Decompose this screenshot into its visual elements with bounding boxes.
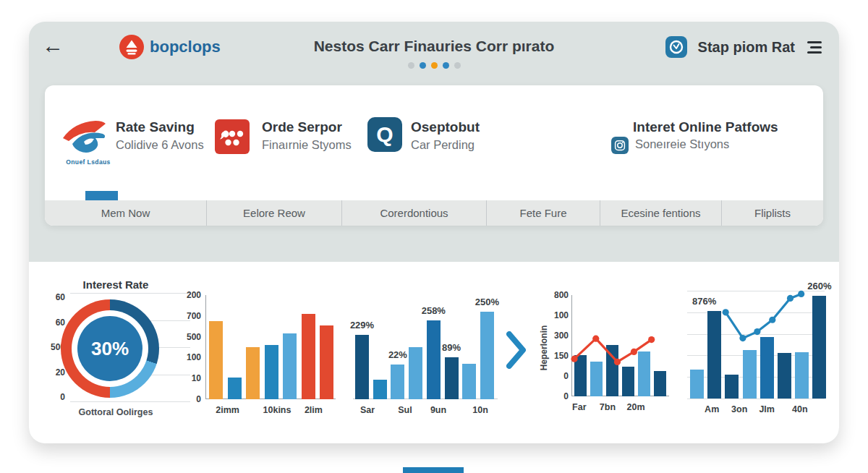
- gridline: [687, 399, 825, 399]
- axis-tick: 0: [563, 372, 569, 380]
- screenshot-stage: ← bopclops Nestos Carr Finauries Corr pı…: [0, 0, 868, 473]
- bar-value-label: 258%: [422, 305, 446, 316]
- header-right: Stap piom Rat: [665, 36, 823, 58]
- x-axis-label: Far: [572, 402, 586, 412]
- x-axis-label: Am: [705, 404, 719, 414]
- axis-tick: 500: [187, 333, 201, 341]
- x-axis-label: 2lim: [305, 405, 323, 415]
- x-axis-label: 10n: [472, 405, 488, 415]
- bar: [409, 347, 422, 399]
- feature-card: Onuef Lsdaus Rate Saving Colidive 6 Avon…: [45, 85, 823, 226]
- axis-tick: 100: [187, 353, 201, 362]
- carousel-dot[interactable]: [420, 62, 426, 69]
- tab-ecesine-fentions[interactable]: Ecesine fentions: [600, 200, 721, 226]
- y-axis-ticks: 80010030015000: [544, 291, 569, 401]
- home-indicator-bar[interactable]: [403, 467, 464, 473]
- feature-subtitle: Colidive 6 Avons: [116, 138, 204, 152]
- chart-title: Interest Rate: [40, 278, 192, 291]
- axis-tick: 20: [56, 368, 65, 377]
- header-right-label: Stap piom Rat: [698, 39, 795, 56]
- axis-tick: 300: [554, 331, 569, 340]
- bar: [427, 320, 441, 399]
- axis-tick: 700: [187, 312, 201, 320]
- axis-tick: 150: [554, 351, 569, 360]
- bar: [355, 335, 369, 399]
- axis-tick: 0: [60, 393, 65, 401]
- bar: [283, 333, 297, 399]
- bar: [246, 347, 260, 399]
- swoosh-logo-icon: [59, 117, 111, 155]
- feature-subtitle: Finaırnie Styoms: [262, 138, 352, 152]
- feature-title: Orde Serpor: [262, 119, 352, 135]
- carousel-dot[interactable]: [443, 62, 449, 69]
- axis-tick: 10: [192, 374, 201, 383]
- carousel-dots[interactable]: [29, 62, 839, 69]
- x-axis-label: Sul: [398, 405, 412, 415]
- bar: [320, 325, 333, 399]
- bar-value-label: 22%: [388, 349, 407, 360]
- chevron-right-icon[interactable]: [506, 331, 527, 369]
- carousel-dot[interactable]: [431, 62, 438, 69]
- bar: [302, 314, 315, 399]
- chart-interest-rate-donut: Interest Rate 6060500200 30% Gottoral Oo…: [40, 273, 192, 435]
- x-axis-label: 3on: [731, 404, 747, 414]
- bar-value-label: 229%: [350, 320, 374, 331]
- feature-title: Rate Saving: [116, 119, 204, 135]
- chart-red-line-combo: Heperlonin 80010030015000 Far7bn20m: [535, 276, 680, 428]
- tab-fliplists[interactable]: Fliplists: [721, 200, 823, 226]
- bar: [391, 365, 404, 399]
- bar-value-label: 260%: [807, 281, 831, 291]
- bar: [445, 357, 459, 399]
- charts-panel: Interest Rate 6060500200 30% Gottoral Oo…: [29, 262, 839, 443]
- feature-subtitle: Car Perding: [411, 138, 480, 152]
- carousel-dot[interactable]: [408, 62, 414, 69]
- tab-mem-now[interactable]: Mem Now: [45, 200, 206, 226]
- logo-caption: Onuef Lsdaus: [59, 158, 117, 166]
- chart-blue-line-combo: 876%260%Am3onJlm40n: [684, 272, 832, 427]
- bar: [373, 380, 387, 399]
- y-axis-ticks: 200700500100100: [179, 291, 201, 404]
- x-axis-label: 40n: [792, 404, 808, 414]
- q-icon: Q: [367, 117, 402, 152]
- donut-center-value: 30%: [91, 338, 129, 360]
- feature-item-rate-saving[interactable]: Rate Saving Colidive 6 Avons: [116, 119, 204, 152]
- active-tab-indicator: [85, 191, 118, 201]
- x-axis-label: 10kins: [263, 405, 292, 415]
- bar: [462, 364, 476, 399]
- trend-line: [687, 291, 825, 399]
- dots-grid-icon: [215, 119, 250, 154]
- x-axis-label: Jlm: [759, 404, 775, 414]
- chart-blue-percent-bars: 229%22%258%89%250%SarSul9un10n: [353, 284, 501, 428]
- feature-item-orde-serpor[interactable]: Orde Serpor Finaırnie Styoms: [262, 119, 352, 152]
- feature-logo-block: Onuef Lsdaus: [59, 117, 117, 166]
- carousel-dot[interactable]: [454, 62, 461, 69]
- hamburger-menu-icon[interactable]: [806, 40, 823, 55]
- tab-corerdontious[interactable]: Corerdontious: [341, 200, 486, 226]
- x-axis-label: Sar: [360, 405, 375, 415]
- app-window: ← bopclops Nestos Carr Finauries Corr pı…: [29, 22, 839, 443]
- axis-tick: 200: [187, 291, 201, 299]
- axis-tick: 0: [196, 395, 201, 404]
- tab-fete-fure[interactable]: Fete Fure: [486, 200, 600, 226]
- axis-tick: 60: [56, 293, 65, 302]
- axis-tick: 0: [563, 392, 569, 401]
- bar: [480, 312, 494, 399]
- bar: [265, 345, 278, 399]
- chart-multicolor-bars: 200700500100100 2imm10kins2lim: [179, 284, 342, 428]
- axis-tick: 100: [554, 311, 569, 320]
- bar: [228, 378, 242, 399]
- tab-eelore-reow[interactable]: Eelore Reow: [206, 200, 341, 226]
- clock-chat-icon[interactable]: [665, 36, 687, 58]
- chart-caption: Gottoral Oolirges: [40, 407, 192, 417]
- feature-title: Interet Online Patfows: [633, 119, 778, 135]
- feature-item-interet-online[interactable]: Interet Online Patfows: [633, 119, 778, 135]
- axis-tick: 800: [554, 291, 569, 299]
- feature-item-oseptobut[interactable]: Oseptobut Car Perding: [411, 119, 480, 152]
- x-axis-label: 2imm: [216, 405, 239, 415]
- gridline: [70, 401, 190, 402]
- bar: [209, 321, 223, 399]
- feature-title: Oseptobut: [411, 119, 480, 135]
- x-axis-label: 9un: [430, 405, 446, 415]
- camera-icon: [611, 137, 629, 154]
- bar-value-label: 89%: [442, 342, 461, 353]
